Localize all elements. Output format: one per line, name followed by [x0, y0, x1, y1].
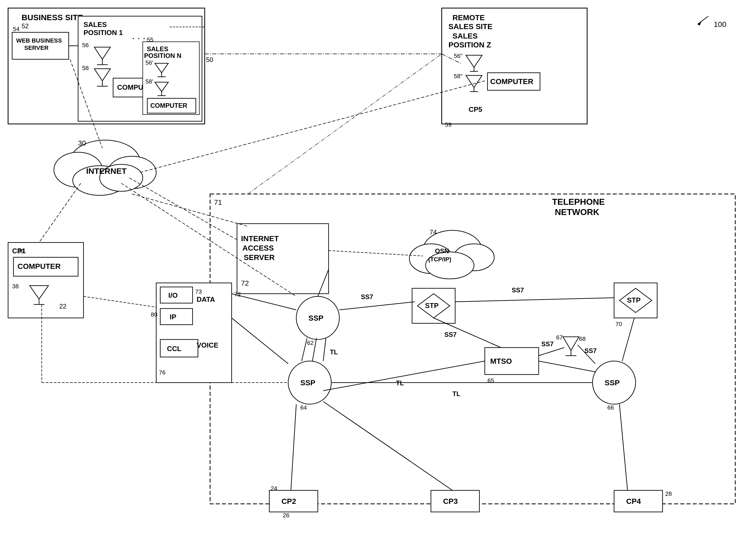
svg-text:72: 72: [234, 291, 241, 298]
svg-text:. . .: . . .: [132, 30, 145, 41]
svg-text:56': 56': [145, 59, 153, 66]
svg-text:POSITION 1: POSITION 1: [83, 29, 123, 37]
svg-text:CP5: CP5: [469, 105, 482, 113]
svg-text:NETWORK: NETWORK: [555, 207, 599, 217]
svg-text:COMPUTER: COMPUTER: [150, 102, 187, 109]
svg-text:58: 58: [82, 65, 89, 71]
svg-text:CCL: CCL: [167, 345, 182, 353]
svg-text:56": 56": [454, 53, 462, 59]
svg-text:SSP: SSP: [605, 379, 620, 387]
svg-text:58': 58': [145, 78, 153, 85]
svg-text:CP2: CP2: [281, 497, 296, 505]
svg-text:MTSO: MTSO: [490, 357, 512, 365]
svg-text:TELEPHONE: TELEPHONE: [552, 197, 605, 207]
svg-text:68: 68: [579, 336, 586, 342]
svg-text:50: 50: [206, 56, 213, 63]
svg-text:POSITION N: POSITION N: [144, 52, 182, 59]
svg-text:67: 67: [556, 334, 563, 341]
svg-text:30: 30: [78, 139, 86, 147]
svg-text:SALES: SALES: [147, 45, 168, 53]
svg-text:WEB BUSINESS: WEB BUSINESS: [16, 37, 62, 44]
svg-text:TL: TL: [396, 379, 404, 387]
network-diagram: BUSINESS SITE 52 WEB BUSINESS SERVER 54 …: [0, 0, 756, 551]
svg-text:SS7: SS7: [541, 340, 553, 348]
svg-text:DATA: DATA: [197, 295, 215, 304]
svg-text:26: 26: [283, 512, 289, 519]
svg-text:POSITION Z: POSITION Z: [448, 41, 491, 49]
svg-text:74: 74: [430, 228, 437, 236]
svg-text:73: 73: [195, 288, 202, 295]
svg-rect-94: [160, 309, 193, 325]
svg-text:IP: IP: [170, 313, 176, 321]
svg-text:72: 72: [241, 279, 249, 287]
svg-text:SALES: SALES: [452, 32, 478, 40]
svg-text:STP: STP: [627, 296, 641, 304]
svg-text:38: 38: [12, 283, 19, 290]
svg-text:SALES: SALES: [83, 20, 107, 29]
svg-text:TL: TL: [330, 349, 338, 356]
svg-text:52: 52: [22, 22, 29, 30]
svg-text:OSN: OSN: [435, 247, 449, 254]
svg-text:STP: STP: [425, 302, 439, 310]
svg-text:SS7: SS7: [361, 293, 373, 301]
svg-text:INTERNET: INTERNET: [86, 166, 127, 175]
svg-text:CP4: CP4: [626, 497, 641, 505]
svg-text:54: 54: [13, 26, 19, 32]
svg-text:ACCESS: ACCESS: [242, 244, 274, 252]
svg-text:COMPUTER: COMPUTER: [490, 77, 533, 86]
svg-text:59: 59: [445, 121, 451, 128]
svg-text:36: 36: [18, 248, 24, 254]
svg-text:100: 100: [714, 20, 726, 29]
svg-text:(TCP/IP): (TCP/IP): [428, 256, 451, 263]
svg-text:INTERNET: INTERNET: [241, 234, 279, 243]
svg-text:SALES SITE: SALES SITE: [448, 22, 492, 31]
svg-text:28: 28: [665, 490, 672, 497]
svg-text:COMPUTER: COMPUTER: [18, 262, 61, 270]
svg-text:24: 24: [271, 485, 277, 492]
svg-text:71: 71: [214, 198, 222, 206]
svg-text:SERVER: SERVER: [24, 44, 48, 51]
svg-text:58": 58": [454, 73, 462, 79]
svg-text:62: 62: [307, 340, 313, 346]
svg-text:SERVER: SERVER: [244, 253, 275, 261]
svg-text:80: 80: [151, 311, 157, 318]
svg-text:SS7: SS7: [444, 331, 457, 338]
svg-text:SSP: SSP: [308, 314, 323, 322]
svg-text:22: 22: [59, 303, 67, 310]
svg-text:70: 70: [615, 321, 622, 328]
svg-text:56: 56: [82, 42, 89, 48]
svg-text:TL: TL: [452, 390, 460, 398]
svg-text:64: 64: [300, 404, 307, 411]
svg-text:REMOTE: REMOTE: [452, 13, 485, 22]
svg-text:66: 66: [607, 404, 614, 411]
svg-text:SSP: SSP: [300, 379, 315, 387]
svg-text:55: 55: [147, 36, 153, 43]
svg-text:SS7: SS7: [512, 287, 524, 294]
svg-text:76: 76: [159, 369, 165, 376]
svg-text:SS7: SS7: [584, 347, 597, 354]
diagram-svg: BUSINESS SITE 52 WEB BUSINESS SERVER 54 …: [0, 0, 756, 551]
svg-text:CP3: CP3: [443, 497, 458, 505]
svg-text:I/O: I/O: [168, 291, 178, 299]
svg-text:BUSINESS SITE: BUSINESS SITE: [22, 13, 83, 22]
svg-text:VOICE: VOICE: [197, 341, 218, 349]
